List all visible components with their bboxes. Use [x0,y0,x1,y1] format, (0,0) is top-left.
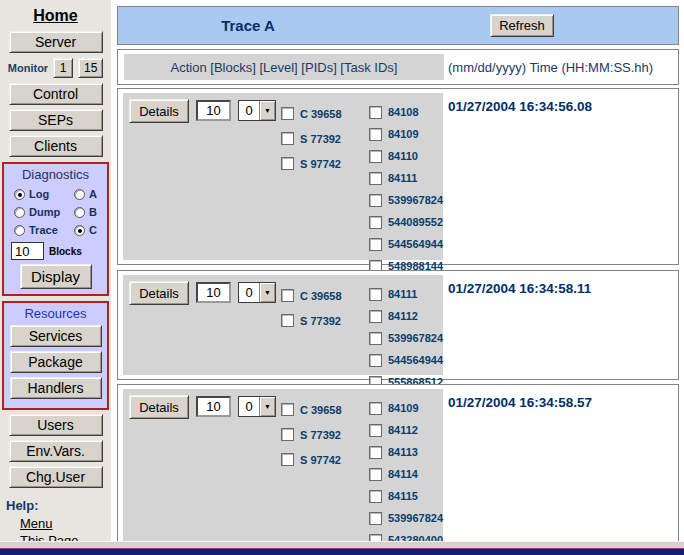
checkbox[interactable] [369,310,382,323]
checkbox-label: 84114 [388,468,418,480]
checkbox-label: 544564944 [388,238,443,250]
blocks-input[interactable] [11,242,44,260]
checkbox[interactable] [281,107,294,120]
clients-button[interactable]: Clients [9,135,103,157]
chevron-down-icon[interactable]: ▼ [259,283,275,302]
checkbox-item: 84114 [369,463,443,485]
monitor-1-button[interactable]: 1 [53,58,73,78]
checkbox[interactable] [281,403,294,416]
checkbox-item: 544089552 [369,211,443,233]
refresh-button[interactable]: Refresh [490,14,554,37]
checkbox[interactable] [369,512,382,525]
checkbox[interactable] [369,216,382,229]
level-select[interactable]: 0 ▼ [238,396,276,417]
checkbox[interactable] [369,128,382,141]
trace-row: Details 0 ▼ C 39658S 77392S 97742 841098… [117,384,679,548]
radio-label: B [89,206,97,218]
package-button[interactable]: Package [10,351,102,373]
home-link[interactable]: Home [0,7,111,25]
checkbox[interactable] [281,453,294,466]
users-button[interactable]: Users [9,414,103,436]
row-blocks-input[interactable] [196,396,231,417]
radio-icon[interactable] [74,225,85,236]
column-headers: Action [Blocks] [Level] [PIDs] [Task IDs… [117,49,679,85]
chevron-down-icon[interactable]: ▼ [259,397,275,416]
radio-label: C [89,224,97,236]
checkbox[interactable] [281,428,294,441]
radio-trace[interactable]: Trace [14,224,58,236]
checkbox-item: 544564944 [369,349,443,371]
checkbox[interactable] [281,289,294,302]
checkbox[interactable] [369,354,382,367]
server-button[interactable]: Server [9,31,103,53]
row-timestamp: 01/27/2004 16:34:58.11 [448,281,591,296]
help-link-menu[interactable]: Menu [20,516,111,531]
row-blocks-input[interactable] [196,282,231,303]
radio-icon[interactable] [74,207,85,218]
checkbox[interactable] [369,402,382,415]
checkbox[interactable] [369,150,382,163]
radio-icon[interactable] [14,225,25,236]
checkbox-label: 84110 [388,150,418,162]
level-select-value: 0 [239,397,259,416]
checkbox[interactable] [369,106,382,119]
radio-label: A [89,188,97,200]
radio-icon[interactable] [14,207,25,218]
row-timestamp: 01/27/2004 16:34:58.57 [448,395,592,410]
checkbox-label: 539967824 [388,332,443,344]
seps-button[interactable]: SEPs [9,109,103,131]
checkbox-label: 84115 [388,490,418,502]
level-select[interactable]: 0 ▼ [238,100,276,121]
checkbox[interactable] [369,468,382,481]
chg-user-button[interactable]: Chg.User [9,466,103,488]
row-timestamp: 01/27/2004 16:34:56.08 [448,99,592,114]
pid-checkbox-column: C 39658S 77392S 97742 [281,397,342,472]
checkbox[interactable] [369,288,382,301]
checkbox[interactable] [281,157,294,170]
checkbox-item: 84109 [369,397,443,419]
monitor-15-button[interactable]: 15 [78,58,103,78]
checkbox-label: C 39658 [300,290,342,302]
radio-row: Log A [6,188,105,200]
blocks-row: Blocks [6,242,105,260]
page-title: Trace A [118,7,378,44]
trace-row: Details 0 ▼ C 39658S 77392S 97742 841088… [117,88,679,265]
row-blocks-input[interactable] [196,100,231,121]
blocks-label: Blocks [49,246,82,257]
details-button[interactable]: Details [129,281,189,305]
checkbox[interactable] [369,424,382,437]
level-select[interactable]: 0 ▼ [238,282,276,303]
radio-dump[interactable]: Dump [14,206,60,218]
radio-b[interactable]: B [74,206,97,218]
checkbox-label: S 77392 [300,133,341,145]
checkbox-label: S 97742 [300,158,341,170]
checkbox[interactable] [281,314,294,327]
checkbox-label: C 39658 [300,108,342,120]
checkbox[interactable] [281,132,294,145]
checkbox[interactable] [369,332,382,345]
diagnostics-panel: Diagnostics Log A Dump B Trace C Blocks … [2,162,109,296]
checkbox[interactable] [369,238,382,251]
display-button[interactable]: Display [20,264,92,289]
radio-icon[interactable] [14,189,25,200]
checkbox-label: 84108 [388,106,419,118]
checkbox[interactable] [369,490,382,503]
radio-c[interactable]: C [74,224,97,236]
task-id-checkbox-column: 8411184112539967824544564944555868512 [369,283,443,393]
details-button[interactable]: Details [129,395,189,419]
details-button[interactable]: Details [129,99,189,123]
radio-a[interactable]: A [74,188,97,200]
checkbox[interactable] [369,194,382,207]
checkbox[interactable] [369,172,382,185]
chevron-down-icon[interactable]: ▼ [259,101,275,120]
radio-log[interactable]: Log [14,188,49,200]
checkbox-label: 84109 [388,402,419,414]
services-button[interactable]: Services [10,325,102,347]
checkbox[interactable] [369,446,382,459]
env-vars-button[interactable]: Env.Vars. [9,440,103,462]
checkbox-label: 84113 [388,446,418,458]
control-button[interactable]: Control [9,83,103,105]
checkbox-item: 84113 [369,441,443,463]
radio-icon[interactable] [74,189,85,200]
handlers-button[interactable]: Handlers [10,377,102,399]
